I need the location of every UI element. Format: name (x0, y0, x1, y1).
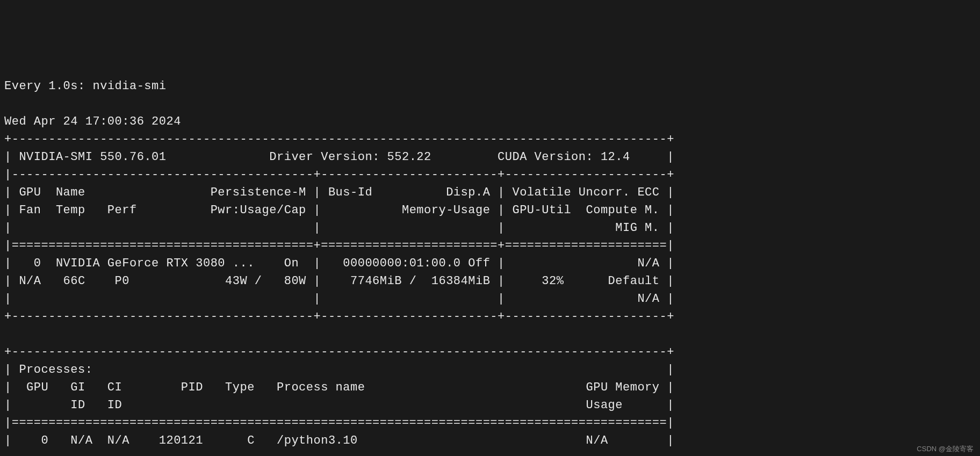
gpu-data-row2: | N/A 66C P0 43W / 80W | 7746MiB / 16384… (4, 274, 674, 288)
watermark: CSDN @金陵寄客 (917, 444, 974, 454)
gpu-header-col2-row1: Bus-Id Disp.A (321, 186, 490, 199)
gpu-header-col2-row2: Memory-Usage (321, 204, 490, 217)
gpu-data-row1: | 0 NVIDIA GeForce RTX 3080 ... On | 000… (4, 257, 674, 270)
gpu-data-col2-row1: 00000000:01:00.0 Off (321, 257, 490, 270)
gpu-data-col1-row2: N/A 66C P0 43W / 80W (12, 274, 306, 288)
processes-title-line: | Processes: | (4, 363, 674, 377)
gpu-header-row1: | GPU Name Persistence-M | Bus-Id Disp.A… (4, 186, 674, 199)
gpu-data-col3-row1: N/A (505, 257, 660, 270)
timestamp: Wed Apr 24 17:00:36 2024 (4, 115, 181, 128)
gpu-data-col2-row2: 7746MiB / 16384MiB (321, 274, 490, 288)
version-line: | NVIDIA-SMI 550.76.01 Driver Version: 5… (4, 150, 674, 164)
processes-header1: GPU GI CI PID Type Process name GPU Memo… (12, 381, 660, 394)
gpu-data-col3-row2: 32% Default (505, 274, 660, 288)
table-border-bottom: +---------------------------------------… (4, 310, 674, 323)
gpu-data-row3: | | | N/A | (4, 292, 674, 306)
processes-header-row2: | ID ID Usage | (4, 399, 674, 412)
processes-header2: ID ID Usage (12, 399, 660, 412)
table-border-top: +---------------------------------------… (4, 133, 674, 146)
gpu-header-col1-row1: GPU Name Persistence-M (12, 186, 306, 199)
watch-header: Every 1.0s: nvidia-smi (4, 79, 166, 93)
gpu-header-col3-row2: GPU-Util Compute M. (505, 204, 660, 217)
smi-version: NVIDIA-SMI 550.76.01 (19, 150, 166, 164)
gpu-header-col3-row1: Volatile Uncorr. ECC (505, 186, 660, 199)
cuda-version: CUDA Version: 12.4 (498, 150, 630, 164)
gpu-data-col3-row3: N/A (505, 292, 660, 306)
gpu-header-col1-row2: Fan Temp Perf Pwr:Usage/Cap (12, 204, 306, 217)
table-border-inner: |---------------------------------------… (4, 168, 674, 182)
processes-border-header: |=======================================… (4, 416, 674, 430)
gpu-data-col1-row1: 0 NVIDIA GeForce RTX 3080 ... On (12, 257, 306, 270)
processes-title: Processes: (12, 363, 93, 377)
gpu-header-row2: | Fan Temp Perf Pwr:Usage/Cap | Memory-U… (4, 204, 674, 217)
processes-header-row1: | GPU GI CI PID Type Process name GPU Me… (4, 381, 674, 394)
processes-border-top: +---------------------------------------… (4, 345, 674, 359)
gpu-header-row3: | | | MIG M. | (4, 221, 674, 235)
processes-data: 0 N/A N/A 120121 C /python3.10 N/A (12, 434, 660, 447)
driver-version: Driver Version: 552.22 (269, 150, 431, 164)
processes-data-row: | 0 N/A N/A 120121 C /python3.10 N/A | (4, 434, 674, 447)
gpu-header-col3-row3: MIG M. (505, 221, 660, 235)
table-border-header: |=======================================… (4, 239, 674, 252)
